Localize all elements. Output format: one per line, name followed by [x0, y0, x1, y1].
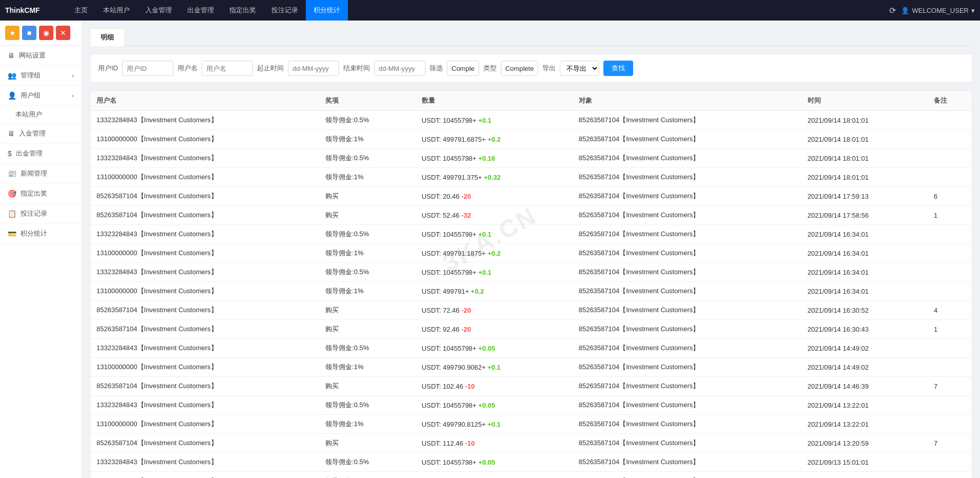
data-table: 用户名 奖项 数量 对象 时间 备注 13323284843【Investmen… — [90, 91, 972, 478]
cell-target: 85263587104【Investment Customers】 — [573, 358, 801, 377]
sidebar-item-bet-records[interactable]: 📋 投注记录 — [0, 204, 82, 224]
col-target: 对象 — [573, 91, 801, 111]
user-info[interactable]: 👤 WELCOME_USER ▾ — [901, 7, 975, 14]
cell-prize: 购买 — [319, 434, 416, 453]
cell-time: 2021/09/13 15:01:01 — [801, 472, 928, 479]
sidebar-item-admin-group[interactable]: 👥 管理组 › — [0, 66, 82, 86]
nav-prize[interactable]: 指定出奖 — [222, 0, 264, 21]
sidebar-item-points-stats[interactable]: 💳 积分统计 — [0, 224, 82, 244]
export-label: 导出 — [542, 64, 556, 73]
sidebar-btn-square[interactable]: ■ — [22, 26, 36, 40]
start-time-label: 起止时间 — [257, 64, 284, 73]
cell-time: 2021/09/14 18:01:01 — [801, 149, 928, 168]
cell-prize: 领导佣金:1% — [319, 244, 416, 263]
sidebar-item-deposit-mgmt[interactable]: 🖥 入金管理 — [0, 124, 82, 144]
nav-items: 主页 本站用户 入金管理 出金管理 指定出奖 投注记录 积分统计 — [67, 0, 889, 21]
cell-username: 85263587104【Investment Customers】 — [90, 187, 319, 206]
cell-time: 2021/09/14 18:01:01 — [801, 111, 928, 130]
tab-details[interactable]: 明细 — [90, 28, 125, 46]
target-icon: 🎯 — [8, 189, 16, 198]
sidebar-btn-star[interactable]: ★ — [5, 26, 19, 40]
export-select[interactable]: 不导出 导出 — [560, 61, 599, 76]
cell-username: 85263587104【Investment Customers】 — [90, 320, 319, 339]
cell-time: 2021/09/14 14:49:02 — [801, 339, 928, 358]
cell-prize: 领导佣金:1% — [319, 415, 416, 434]
table-row: 13100000000【Investment Customers】 领导佣金:1… — [90, 130, 972, 149]
card-icon: 💳 — [8, 230, 16, 238]
cell-target: 85263587104【Investment Customers】 — [573, 263, 801, 282]
col-prize: 奖项 — [319, 91, 416, 111]
sidebar-label-news-mgmt: 新闻管理 — [21, 169, 47, 178]
cell-qty: USDT: 72.46 -20 — [416, 301, 573, 320]
nav-points[interactable]: 积分统计 — [306, 0, 348, 21]
sidebar-item-website-settings[interactable]: 🖥 网站设置 — [0, 46, 82, 66]
cell-target: 85263587104【Investment Customers】 — [573, 130, 801, 149]
cell-note: 7 — [928, 377, 972, 396]
cell-time: 2021/09/14 16:30:52 — [801, 301, 928, 320]
cell-prize: 领导佣金:1% — [319, 472, 416, 479]
userid-input[interactable] — [122, 61, 173, 76]
nav-home[interactable]: 主页 — [67, 0, 95, 21]
cell-note — [928, 130, 972, 149]
cell-prize: 购买 — [319, 320, 416, 339]
col-note: 备注 — [928, 91, 972, 111]
sidebar-btn-close[interactable]: ✕ — [56, 26, 70, 40]
cell-target: 85263587104【Investment Customers】 — [573, 149, 801, 168]
sidebar-item-user-group[interactable]: 👤 用户组 › — [0, 86, 82, 106]
table-row: 13100000000【Investment Customers】 领导佣金:1… — [90, 415, 972, 434]
cell-qty: USDT: 499790.7188+ +0.1 — [416, 472, 573, 479]
cell-prize: 领导佣金:0.5% — [319, 225, 416, 244]
cell-qty: USDT: 10455798+ +0.16 — [416, 149, 573, 168]
sidebar-item-designated-prize[interactable]: 🎯 指定出奖 — [0, 184, 82, 204]
user-avatar-icon: 👤 — [901, 7, 909, 14]
search-button[interactable]: 查找 — [603, 61, 633, 76]
cell-qty: USDT: 112.46 -10 — [416, 434, 573, 453]
sidebar-label-user-group: 用户组 — [21, 91, 41, 100]
username-label: WELCOME_USER — [912, 7, 969, 14]
cell-qty: USDT: 10455798+ +0.1 — [416, 111, 573, 130]
nav-users[interactable]: 本站用户 — [95, 0, 138, 21]
news-icon: 📰 — [8, 169, 16, 178]
cell-target: 85263587104【Investment Customers】 — [573, 168, 801, 187]
tab-bar: 明细 — [90, 28, 972, 46]
nav-withdraw[interactable]: 出金管理 — [180, 0, 222, 21]
sidebar-sub-item-local-users[interactable]: 本站用户 — [0, 106, 82, 124]
cell-note — [928, 396, 972, 415]
cell-prize: 领导佣金:1% — [319, 130, 416, 149]
dollar-icon: $ — [8, 149, 12, 158]
cell-note: 1 — [928, 206, 972, 225]
nav-deposit[interactable]: 入金管理 — [138, 0, 180, 21]
cell-prize: 领导佣金:0.5% — [319, 111, 416, 130]
cell-time: 2021/09/13 15:01:01 — [801, 453, 928, 472]
sidebar-icon-row: ★ ■ ◉ ✕ — [0, 21, 82, 46]
cell-prize: 领导佣金:0.5% — [319, 396, 416, 415]
cell-prize: 领导佣金:0.5% — [319, 339, 416, 358]
cell-username: 85263587104【Investment Customers】 — [90, 434, 319, 453]
end-time-input[interactable] — [374, 61, 425, 76]
table-row: 13323284843【Investment Customers】 领导佣金:0… — [90, 263, 972, 282]
chevron-right-icon: › — [72, 72, 74, 79]
nav-bets[interactable]: 投注记录 — [264, 0, 306, 21]
cell-username: 85263587104【Investment Customers】 — [90, 301, 319, 320]
cell-time: 2021/09/14 16:34:01 — [801, 225, 928, 244]
cell-username: 13100000000【Investment Customers】 — [90, 168, 319, 187]
chevron-right-icon-2: › — [72, 92, 74, 99]
start-time-input[interactable] — [288, 61, 339, 76]
cell-qty: USDT: 20.46 -20 — [416, 187, 573, 206]
sidebar-item-withdraw-mgmt[interactable]: $ 出金管理 — [0, 144, 82, 164]
table-row: 85263587104【Investment Customers】 购买 USD… — [90, 187, 972, 206]
sidebar-item-news-mgmt[interactable]: 📰 新闻管理 — [0, 164, 82, 184]
refresh-icon[interactable]: ⟳ — [889, 6, 896, 15]
table-row: 85263587104【Investment Customers】 购买 USD… — [90, 320, 972, 339]
cell-time: 2021/09/14 13:22:01 — [801, 415, 928, 434]
filter-label: 筛选 — [429, 64, 443, 73]
filter-status-badge[interactable]: Comple — [447, 61, 479, 76]
type-value-badge[interactable]: Complete — [501, 61, 539, 76]
cell-username: 13100000000【Investment Customers】 — [90, 244, 319, 263]
sidebar-btn-circle[interactable]: ◉ — [39, 26, 53, 40]
cell-time: 2021/09/14 16:34:01 — [801, 263, 928, 282]
username-input[interactable] — [202, 61, 253, 76]
table-row: 13100000000【Investment Customers】 领导佣金:1… — [90, 244, 972, 263]
userid-label: 用户ID — [98, 64, 118, 73]
cell-qty: USDT: 499791+ +0.2 — [416, 282, 573, 301]
